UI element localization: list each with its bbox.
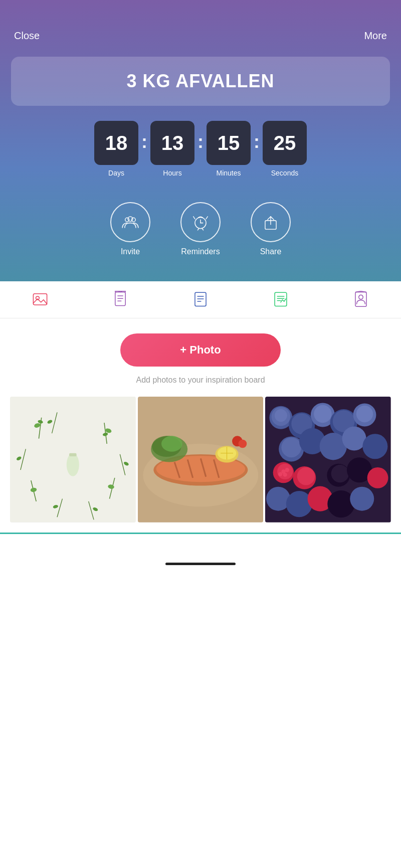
herb-image	[10, 397, 136, 523]
salmon-photo	[138, 397, 264, 523]
minutes-unit: 15 Minutes	[207, 121, 251, 177]
hours-label: Hours	[163, 169, 181, 177]
svg-point-63	[238, 440, 247, 448]
tab-checklist[interactable]	[80, 281, 160, 318]
goal-title: 3 KG AFVALLEN	[126, 71, 274, 91]
minutes-label: Minutes	[216, 169, 241, 177]
tab-notes[interactable]	[160, 281, 241, 318]
svg-point-25	[67, 453, 79, 476]
minutes-value: 15	[207, 121, 251, 165]
share-label: Share	[260, 247, 282, 256]
profile-tab-icon	[352, 290, 369, 307]
svg-point-71	[314, 405, 332, 423]
svg-point-94	[367, 467, 388, 488]
svg-rect-26	[69, 453, 77, 456]
berries-image	[265, 397, 391, 523]
reminders-circle	[180, 202, 221, 242]
svg-point-85	[297, 467, 315, 485]
close-button[interactable]: Close	[14, 30, 40, 42]
bottom-spacer	[0, 534, 401, 554]
invite-circle	[110, 202, 150, 242]
svg-point-96	[285, 468, 289, 472]
tab-bar	[0, 281, 401, 318]
separator-1: :	[141, 131, 147, 152]
countdown-row: 18 Days : 13 Hours : 15 Minutes : 25 Sec…	[0, 121, 401, 177]
more-button[interactable]: More	[364, 30, 387, 42]
invite-action[interactable]: Invite	[110, 202, 150, 256]
add-photo-button[interactable]: + Photo	[120, 333, 281, 367]
berries-photo	[265, 397, 391, 523]
svg-rect-8	[33, 294, 47, 305]
share-action[interactable]: Share	[251, 202, 291, 256]
svg-point-67	[275, 409, 287, 422]
tab-report[interactable]	[241, 281, 321, 318]
svg-point-77	[282, 437, 302, 457]
svg-rect-18	[275, 292, 287, 306]
invite-label: Invite	[121, 247, 140, 256]
seconds-unit: 25 Seconds	[263, 121, 307, 177]
nav-bar: Close More	[0, 0, 401, 52]
share-icon	[261, 213, 280, 232]
svg-point-92	[328, 490, 355, 517]
days-label: Days	[108, 169, 124, 177]
svg-point-57	[161, 436, 182, 451]
photo-cell-1[interactable]	[10, 397, 136, 523]
salmon-image	[138, 397, 264, 523]
hours-value: 13	[150, 121, 194, 165]
seconds-value: 25	[263, 121, 307, 165]
svg-point-1	[131, 218, 135, 222]
herb-photo	[10, 397, 136, 523]
photo-grid	[10, 397, 391, 523]
svg-point-97	[283, 472, 287, 476]
home-indicator-area	[0, 554, 401, 574]
photo-cell-2[interactable]	[138, 397, 264, 523]
svg-point-87	[331, 465, 349, 483]
separator-2: :	[197, 131, 204, 152]
seconds-label: Seconds	[271, 169, 298, 177]
svg-point-75	[356, 406, 373, 422]
reminders-label: Reminders	[181, 247, 220, 256]
svg-rect-14	[195, 292, 206, 306]
photos-tab-icon	[32, 290, 49, 307]
reminders-action[interactable]: Reminders	[180, 202, 221, 256]
separator-3: :	[254, 131, 260, 152]
share-circle	[251, 202, 291, 242]
svg-point-98	[278, 472, 282, 476]
checklist-tab-icon	[112, 290, 129, 307]
actions-row: Invite Reminders	[0, 197, 401, 281]
photo-cell-3[interactable]	[265, 397, 391, 523]
add-photo-subtitle: Add photos to your inspiration board	[10, 376, 391, 385]
svg-rect-10	[115, 292, 125, 305]
svg-point-93	[350, 487, 374, 511]
goal-card: 3 KG AFVALLEN	[11, 57, 390, 106]
tab-profile[interactable]	[321, 281, 401, 318]
content-area: + Photo Add photos to your inspiration b…	[0, 318, 401, 533]
invite-icon	[121, 213, 140, 232]
hours-unit: 13 Hours	[150, 121, 194, 177]
header-section: Close More 3 KG AFVALLEN 18 Days : 13 Ho…	[0, 0, 401, 281]
days-value: 18	[94, 121, 138, 165]
reminders-icon	[191, 213, 210, 232]
svg-point-81	[363, 434, 388, 459]
tab-photos[interactable]	[0, 281, 80, 318]
home-bar	[165, 563, 236, 565]
report-tab-icon	[272, 290, 289, 307]
svg-point-0	[125, 218, 129, 222]
notes-tab-icon	[192, 290, 209, 307]
svg-point-23	[359, 295, 363, 299]
days-unit: 18 Days	[94, 121, 138, 177]
